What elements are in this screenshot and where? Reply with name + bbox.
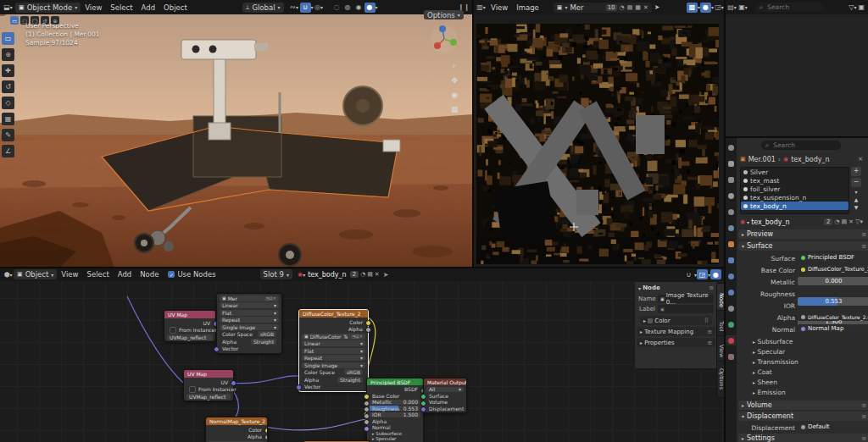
properties-search[interactable]: ⌕ — [761, 141, 841, 150]
interpolation-dropdown[interactable]: Linear▾ — [302, 340, 365, 346]
rotate-tool-icon[interactable]: ↺ — [2, 80, 14, 93]
shading-solid-icon[interactable]: ◍ — [342, 3, 353, 13]
coat-section[interactable]: ▸ Coat — [753, 367, 798, 378]
extension-dropdown[interactable]: Repeat▾ — [220, 317, 279, 323]
uv-menu-image[interactable]: Image — [512, 3, 543, 12]
open-image-icon[interactable]: ▦ — [635, 4, 641, 11]
shader-menu-node[interactable]: Node — [136, 270, 163, 279]
tab-scene[interactable] — [726, 207, 736, 217]
uvmap-select[interactable]: UVMap_reflect — [186, 394, 231, 400]
editor-type-image-icon[interactable]: ▥▾ — [476, 3, 487, 13]
new-image-icon[interactable]: ▤ — [627, 4, 633, 11]
navigation-gizmo[interactable] — [429, 24, 459, 54]
displacement-row-value[interactable]: Default — [798, 423, 868, 431]
metallic-node-slider[interactable]: Metallic0.000 — [370, 400, 420, 405]
breadcrumb-object[interactable]: Mer.001 — [748, 156, 776, 163]
use-nodes-checkbox[interactable]: ✓ — [168, 271, 175, 278]
editor-type-outliner-icon[interactable]: ▤▾ — [726, 3, 737, 13]
tab-render[interactable] — [726, 158, 736, 169]
image-buttons[interactable]: ◔▤✕ — [352, 334, 363, 339]
menu-view[interactable]: View — [81, 3, 106, 12]
alpha-mode-row[interactable]: AlphaStraight — [220, 339, 279, 345]
breadcrumb-material[interactable]: tex_body_n — [791, 156, 830, 163]
color-output-socket[interactable] — [365, 320, 371, 326]
alpha-socket[interactable] — [364, 419, 370, 425]
color-section[interactable]: ▸ Color⠿ — [640, 316, 712, 325]
slot-foil-silver[interactable]: foil_silver — [741, 185, 849, 193]
unlink-material-icon[interactable]: ✕ — [375, 271, 380, 278]
slot-tex-body-n-selected[interactable]: tex_body_n — [741, 202, 849, 210]
ior-node-slider[interactable]: IOR1.500 — [370, 412, 420, 417]
remove-slot-button[interactable]: − — [851, 178, 861, 187]
uv-output-socket[interactable] — [231, 380, 236, 386]
outliner-search-input[interactable] — [765, 3, 811, 12]
preview-panel-header[interactable]: ▸ Preview ≡ — [738, 229, 868, 239]
roughness-slider[interactable]: 0.553 — [798, 297, 868, 306]
roughness-node-slider[interactable]: Roughness0.553 — [370, 406, 420, 411]
divider-outliner-properties[interactable] — [725, 136, 868, 138]
annotate-tool-icon[interactable]: ✎ — [2, 129, 14, 141]
principled-bsdf-node[interactable]: Principled BSDF BSDF Base Color Metallic… — [366, 378, 424, 442]
slot-dropdown[interactable]: Slot 9▾ — [260, 269, 292, 279]
node-label-field[interactable]: ▣ — [658, 305, 714, 313]
normal-socket[interactable] — [364, 426, 370, 432]
fake-user-shield-icon[interactable]: ◔ — [834, 218, 839, 225]
drag-grip-icon[interactable]: ≡ — [861, 243, 866, 250]
vector-input-socket[interactable] — [214, 346, 220, 352]
surface-panel-header[interactable]: ▾ Surface ≡ — [738, 241, 868, 251]
move-slot-down-icon[interactable]: ▼ — [851, 204, 861, 210]
cursor-tool-icon[interactable]: ⊕ — [2, 48, 14, 61]
base-color-value[interactable]: DiffuseColor_Texture_2 — [798, 265, 868, 273]
move-slot-up-icon[interactable]: ▲ — [851, 196, 861, 202]
camera-view-icon[interactable]: ◉ — [451, 91, 459, 99]
tab-material-active[interactable] — [726, 335, 736, 345]
zoom-icon[interactable]: ⌕ — [451, 61, 459, 70]
divider-right-column[interactable] — [724, 0, 726, 442]
alpha-output-socket[interactable] — [365, 327, 371, 333]
pin-icon[interactable]: ➤ — [383, 271, 389, 279]
slot-tex-mast[interactable]: tex_mast — [741, 176, 849, 185]
shading-wireframe-icon[interactable]: ◌ — [331, 3, 342, 13]
pin-icon[interactable]: ➤ — [654, 3, 660, 11]
normalmap-texture-2-node[interactable]: NormalMap_Texture_2 Color Alpha ▣ Normal… — [205, 417, 268, 442]
tab-output[interactable] — [726, 174, 736, 185]
slot-specials-icon[interactable]: ▾ — [851, 189, 861, 195]
image-users-badge[interactable]: 10 — [606, 4, 617, 11]
proportional-edit-icon[interactable]: ◎▾ — [314, 3, 325, 13]
tweak-tool-mini-icon[interactable]: ▭ — [10, 16, 19, 25]
snap-target-icon[interactable]: ∾▾ — [289, 3, 300, 13]
editor-type-shader-icon[interactable]: ⬢▾ — [3, 269, 14, 279]
surface-row-value[interactable]: Principled BSDF — [798, 253, 868, 262]
divider-viewport-uv[interactable] — [472, 0, 474, 268]
transform-tool-icon[interactable]: ▦ — [2, 113, 14, 125]
new-collection-icon[interactable]: ▣ — [858, 3, 865, 11]
divider-shader[interactable] — [0, 267, 725, 268]
vector-input-socket[interactable] — [296, 384, 302, 390]
shading-rendered-icon[interactable]: ● — [364, 3, 376, 13]
mode-dropdown[interactable]: ▣ Object Mode ▾ — [15, 3, 81, 13]
uv-map-node-1[interactable]: UV Map UV From Instancer UVMap_reflect — [164, 310, 216, 342]
displacement-panel-header[interactable]: ▾Displacement≡ — [738, 412, 868, 421]
subsurface-collapsed[interactable]: ▸ Subsurface — [370, 431, 420, 435]
shader-material-name[interactable]: tex_body_n — [308, 271, 347, 279]
perspective-toggle-icon[interactable]: ▦ — [451, 105, 459, 113]
menu-add[interactable]: Add — [137, 3, 159, 12]
select-tool-icon[interactable]: ▭ — [2, 32, 14, 45]
base-color-socket[interactable] — [364, 394, 370, 400]
menu-select[interactable]: Select — [106, 3, 136, 12]
interpolation-dropdown[interactable]: Linear▾ — [220, 302, 279, 308]
uv-menu-view[interactable]: View — [487, 3, 512, 12]
shader-mode-dropdown[interactable]: ▣ Object ▾ — [14, 269, 57, 279]
specular-section[interactable]: ▸ Specular — [753, 347, 798, 357]
shader-material-users-badge[interactable]: 2 — [350, 271, 359, 278]
shading-material-icon[interactable]: ◉ — [353, 3, 364, 13]
display-mode-icon[interactable]: ▣▾ — [737, 3, 748, 13]
fake-user-shield-icon[interactable]: ◔ — [360, 271, 365, 278]
projection-dropdown[interactable]: Flat▾ — [220, 310, 279, 316]
tab-world[interactable] — [726, 223, 736, 233]
texture-mapping-section[interactable]: ▸ Texture Mapping≡ — [637, 327, 715, 336]
move-tool-icon[interactable]: ✚ — [2, 64, 14, 77]
transmission-section[interactable]: ▸ Transmission — [753, 357, 798, 367]
slot-silver[interactable]: Silver — [741, 168, 849, 176]
fake-user-shield-icon[interactable]: ◔ — [620, 4, 625, 11]
